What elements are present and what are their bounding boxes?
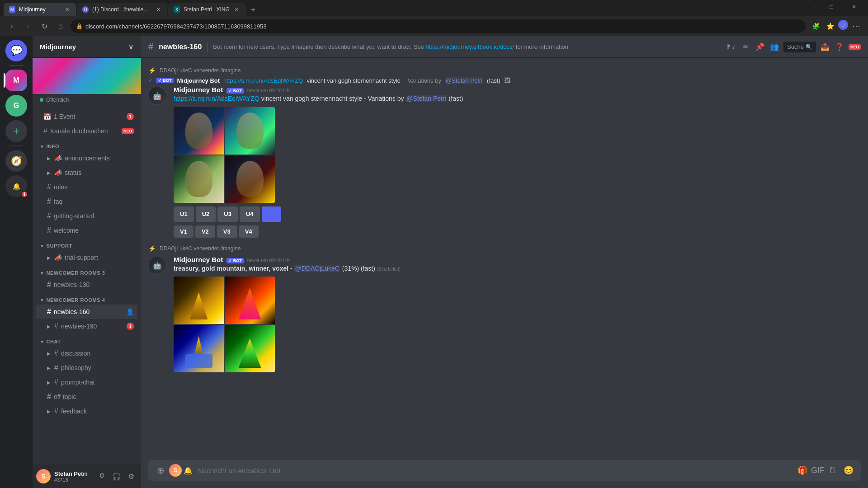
threads-btn[interactable]: ⁋ 7 xyxy=(726,42,736,52)
vg-cell-1[interactable] xyxy=(174,107,224,155)
settings-btn[interactable]: ⚙ xyxy=(125,470,137,483)
pencil-btn[interactable]: ✏ xyxy=(740,42,751,52)
server-icon-midjourney[interactable]: M xyxy=(5,70,27,91)
members-btn[interactable]: 👥 xyxy=(769,42,780,52)
new-tab-btn[interactable]: + xyxy=(247,4,259,16)
gift-btn[interactable]: 🎁 xyxy=(796,464,809,477)
tab-discord[interactable]: D (1) Discord | #newbies-160 | Mid... ✕ xyxy=(77,3,167,16)
extensions-btn[interactable]: 🧩 xyxy=(809,20,822,33)
browse-channels-item[interactable]: # Kanäle durchsuchen NEU xyxy=(36,124,137,138)
channel-off-topic[interactable]: # off-topic xyxy=(36,389,137,404)
channel-status[interactable]: ▶ 📣 status xyxy=(36,165,137,180)
channel-welcome[interactable]: # welcome xyxy=(36,223,137,238)
channel-prompt-chat[interactable]: ▶ # prompt-chat xyxy=(36,375,137,389)
v4-btn[interactable]: V4 xyxy=(239,225,259,238)
vg-cell-4[interactable] xyxy=(225,155,275,203)
u3-btn[interactable]: U3 xyxy=(217,206,238,222)
chat-input[interactable] xyxy=(194,462,794,479)
add-file-btn[interactable]: ⊕ xyxy=(154,464,167,477)
vg-cell-2[interactable] xyxy=(225,107,275,155)
channel-announcements[interactable]: ▶ 📣 announcements xyxy=(36,151,137,165)
voxel-cell-1[interactable] xyxy=(174,277,224,324)
topic-link[interactable]: https://midjourney.gitbook.io/docs/ xyxy=(425,43,514,50)
gif-btn[interactable]: GIF xyxy=(811,464,825,477)
help-btn[interactable]: ❓ xyxy=(834,42,845,52)
msg2-mention[interactable]: @DDAOjLukeC xyxy=(294,265,340,272)
event-item[interactable]: 📅 1 Event 1 xyxy=(36,109,137,124)
channel-newbies-130[interactable]: # newbies-130 xyxy=(36,277,137,292)
server-icon-notifications[interactable]: 🔔 1 xyxy=(5,175,27,197)
tab-close-xing[interactable]: ✕ xyxy=(233,6,241,13)
category-chat-header[interactable]: ▼ CHAT xyxy=(33,337,141,346)
server-icon-green[interactable]: G xyxy=(5,95,27,117)
tab-midjourney[interactable]: M Midjourney ✕ xyxy=(4,3,76,16)
home-btn[interactable]: ⌂ xyxy=(54,20,67,33)
maximize-btn[interactable]: □ xyxy=(821,0,842,14)
channel-feedback[interactable]: ▶ # feedback xyxy=(36,404,137,418)
msg1-link[interactable]: https://s.mj.run/AdsEqlWAYZQ xyxy=(174,95,259,102)
reload-btn[interactable]: ↻ xyxy=(38,20,51,33)
refresh-btn[interactable]: ↻ xyxy=(262,206,281,222)
server-header[interactable]: Midjourney ∨ xyxy=(33,36,141,58)
category-info-header[interactable]: ▼ INFO xyxy=(33,142,141,151)
chat-input-right: 🎁 GIF 🗒 😊 xyxy=(794,460,857,481)
discord-ext-btn[interactable]: D xyxy=(838,20,848,30)
star-btn[interactable]: ⭐ xyxy=(824,20,836,33)
channel-trial-support[interactable]: ▶ 📣 trial-support xyxy=(36,250,137,265)
category-info: ▼ INFO ▶ 📣 announcements ▶ 📣 status # ru… xyxy=(33,142,141,238)
messages-area[interactable]: ⚡ DDAOjLukeC verwendet /imagine ✓ ✓ BOT … xyxy=(141,58,868,460)
bot-shield-icon: ✓ xyxy=(148,77,153,84)
chat-input-left: ⊕ xyxy=(152,460,169,481)
category-n4-header[interactable]: ▼ NEWCOMER ROOMS 4 xyxy=(33,296,141,305)
inbox-btn[interactable]: 📥 xyxy=(820,42,830,52)
v2-btn[interactable]: V2 xyxy=(195,225,215,238)
inline-header-link[interactable]: https://s.mj.run/AdsEqlWAYZQ xyxy=(223,77,303,84)
forward-btn[interactable]: › xyxy=(22,20,34,33)
pin-btn[interactable]: 📌 xyxy=(755,42,765,52)
tab-xing[interactable]: X Stefan Petri | XING ✕ xyxy=(168,3,246,16)
msg1-mention[interactable]: @Stefan Petri xyxy=(406,95,447,102)
server-icon-add[interactable]: + xyxy=(5,120,27,142)
channel-discussion[interactable]: ▶ # discussion xyxy=(36,346,137,361)
channel-philosophy[interactable]: ▶ # philosophy xyxy=(36,361,137,375)
v1-btn[interactable]: V1 xyxy=(174,225,193,238)
voxel-cell-3[interactable] xyxy=(174,325,224,372)
msg2-author[interactable]: Midjourney Bot xyxy=(174,256,223,263)
inline-header-mention[interactable]: @Stefan Petri xyxy=(445,77,483,84)
category-support-header[interactable]: ▼ SUPPORT xyxy=(33,241,141,250)
u4-btn[interactable]: U4 xyxy=(240,206,260,222)
category-info-label: INFO xyxy=(47,144,60,149)
search-bar[interactable]: Suche 🔍 xyxy=(783,42,816,52)
server-icon-explore[interactable]: 🧭 xyxy=(5,150,27,172)
channel-newbies-190[interactable]: ▶ # newbies-190 1 xyxy=(36,319,137,333)
msg1-author[interactable]: Midjourney Bot xyxy=(174,86,223,94)
v3-btn[interactable]: V3 xyxy=(217,225,237,238)
vg-cell-3[interactable] xyxy=(174,155,224,203)
channel-newbies-160[interactable]: # newbies-160 👤 xyxy=(36,305,137,319)
more-btn[interactable]: ⋯ xyxy=(850,20,863,33)
category-n3-header[interactable]: ▼ NEWCOMER ROOMS 3 xyxy=(33,268,141,277)
inline-image-icon[interactable]: 🖼 xyxy=(504,77,510,84)
channel-getting-started[interactable]: # getting-started xyxy=(36,209,137,223)
back-btn[interactable]: ‹ xyxy=(5,20,18,33)
minimize-btn[interactable]: ─ xyxy=(798,0,819,14)
sticker-btn[interactable]: 🗒 xyxy=(826,464,840,477)
tab-close-btn[interactable]: ✕ xyxy=(63,6,71,13)
close-btn[interactable]: ✕ xyxy=(844,0,864,14)
n190-badge: 1 xyxy=(127,323,134,330)
server-header-chevron: ∨ xyxy=(128,42,134,51)
voxel-cell-2[interactable] xyxy=(225,277,275,324)
voxel-cell-4[interactable] xyxy=(225,325,275,372)
tab-close-discord[interactable]: ✕ xyxy=(155,6,162,13)
server-icon-discord[interactable]: 💬 xyxy=(5,40,27,61)
channel-faq[interactable]: # faq xyxy=(36,194,137,209)
channel-rules[interactable]: # rules xyxy=(36,180,137,194)
new-badge-header: NEU xyxy=(849,44,861,50)
u2-btn[interactable]: U2 xyxy=(196,206,216,222)
deafen-btn[interactable]: 🎧 xyxy=(110,470,123,483)
address-bar[interactable]: 🔒 discord.com/channels/66226797698429747… xyxy=(71,19,806,33)
u1-btn[interactable]: U1 xyxy=(174,206,194,222)
phil-icon: # xyxy=(54,364,58,372)
mute-btn[interactable]: 🎙 xyxy=(96,470,108,483)
emoji-btn[interactable]: 😊 xyxy=(842,464,855,477)
